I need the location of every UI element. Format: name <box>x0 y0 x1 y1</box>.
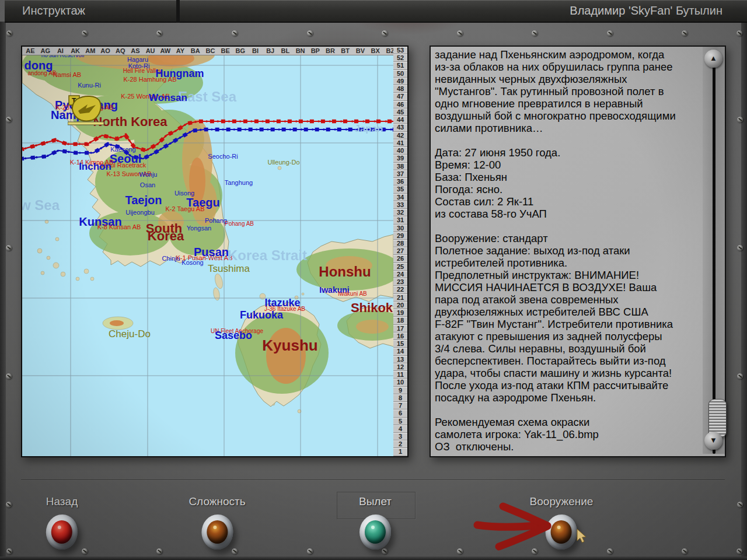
map-grid-number-column: 5352515049484746454443424140393837363534… <box>393 47 407 456</box>
grid-letter: BG <box>236 47 246 55</box>
map-label-base: Pohang AB <box>225 220 254 227</box>
grid-number: 49 <box>393 78 407 85</box>
screw-icon <box>737 245 743 251</box>
screw-icon <box>382 30 388 36</box>
map-label-city: Kunu-Ri <box>78 82 101 89</box>
grid-number: 32 <box>393 209 407 216</box>
grid-number: 34 <box>393 194 407 201</box>
grid-letter: AM <box>85 47 95 55</box>
pilot-name: Владимир 'SkyFan' Бутылин <box>570 4 722 17</box>
grid-number: 8 <box>393 394 407 402</box>
grid-number: 50 <box>393 70 407 78</box>
screw-icon <box>737 502 743 508</box>
map-label-city: Sasebo <box>215 330 252 342</box>
grid-number: 52 <box>393 54 407 62</box>
grid-number: 46 <box>393 101 407 108</box>
screw-icon <box>532 30 537 36</box>
grid-number: 28 <box>393 240 407 247</box>
grid-number: 33 <box>393 201 407 209</box>
screw-icon <box>6 373 12 379</box>
grid-letter: AS <box>131 47 139 55</box>
round-button-bezel[interactable] <box>359 514 391 550</box>
round-button-dome[interactable] <box>207 520 228 544</box>
round-button-bezel[interactable] <box>546 514 577 550</box>
button-green-643[interactable]: Вылет <box>359 495 392 550</box>
button-amber-962[interactable]: Вооружение <box>530 495 594 550</box>
grid-number: 1 <box>393 448 407 456</box>
screw-icon <box>736 30 742 36</box>
grid-number: 6 <box>393 410 407 417</box>
grid-number: 5 <box>393 418 407 425</box>
map-label-city: Osan <box>140 181 155 188</box>
grid-number: 10 <box>393 379 407 386</box>
grid-letter: BE <box>221 47 229 55</box>
map-label-city: Kosong <box>181 259 203 266</box>
grid-letter: BI <box>252 47 259 55</box>
grid-number: 40 <box>393 147 407 155</box>
screw-icon <box>307 548 313 554</box>
screw-icon <box>607 30 613 36</box>
map-label-city: Hungnam <box>156 68 204 80</box>
screw-icon <box>156 548 162 554</box>
button-label: Сложность <box>189 495 245 508</box>
scrollbar-track[interactable] <box>712 62 716 487</box>
map-label-base: Namsi AB <box>53 71 81 78</box>
button-label: Вылет <box>359 495 392 508</box>
grid-letter: AK <box>71 47 80 55</box>
grid-number: 18 <box>393 317 407 324</box>
scroll-down-button[interactable]: ▼ <box>704 432 722 450</box>
grid-number: 24 <box>393 271 407 278</box>
frame-edge-left <box>0 22 6 560</box>
screw-icon <box>307 30 313 36</box>
map-label-city: Yongsan <box>187 225 211 232</box>
grid-letter: AQ <box>116 47 125 55</box>
grid-letter: AW <box>160 47 170 55</box>
button-amber-372[interactable]: Сложность <box>189 495 245 550</box>
map-label-city: Uijeongbu <box>125 209 155 216</box>
round-button-dome[interactable] <box>51 520 72 544</box>
screw-icon <box>682 548 687 554</box>
screw-icon <box>737 373 743 379</box>
round-button-dome[interactable] <box>551 520 572 544</box>
grid-number: 42 <box>393 132 407 139</box>
grid-letter: AY <box>176 47 184 55</box>
player-flight-icon[interactable]: T <box>68 93 109 131</box>
grid-number: 37 <box>393 170 407 178</box>
screw-icon <box>82 30 88 36</box>
grid-letter: BP <box>311 47 320 55</box>
grid-letter: BA <box>191 47 200 55</box>
grid-number: 17 <box>393 325 407 332</box>
grid-letter: BZ <box>386 47 393 55</box>
frame-edge-right <box>741 22 747 560</box>
map-label-base: K-2 Taegu AB <box>165 205 204 212</box>
grid-letter: AO <box>100 47 110 55</box>
round-button-bezel[interactable] <box>46 514 78 550</box>
screw-icon <box>156 30 162 36</box>
scroll-up-button[interactable]: ▲ <box>704 50 722 68</box>
map-label-city: Tanghung <box>225 179 253 186</box>
briefing-screen: Инструктаж Владимир 'SkyFan' Бутылин <box>0 0 747 560</box>
map-grid-letter-header: AEAGAIAKAMAOAQASAUAWAYBABCBEBGBIBJBLBNBP… <box>22 47 393 55</box>
bottom-divider <box>21 480 725 480</box>
map-label-island: Cheju-Do <box>109 328 151 340</box>
grid-number: 27 <box>393 247 407 255</box>
grid-number: 7 <box>393 402 407 410</box>
grid-number: 35 <box>393 186 407 193</box>
button-red-106[interactable]: Назад <box>46 495 78 550</box>
grid-number: 2 <box>393 440 407 448</box>
round-button-bezel[interactable] <box>201 514 233 550</box>
mission-map[interactable]: no'san Reservoirdongandong ABNamsi ABKun… <box>21 46 409 457</box>
grid-number: 12 <box>393 363 407 371</box>
grid-number: 53 <box>393 47 407 54</box>
grid-number: 47 <box>393 93 407 100</box>
map-label-region: Korea <box>148 229 184 244</box>
scrollbar[interactable]: ▲ ▼ <box>703 47 725 454</box>
grid-number: 38 <box>393 163 407 170</box>
screw-icon <box>736 548 742 554</box>
grid-number: 44 <box>393 116 407 124</box>
screw-icon <box>6 117 12 123</box>
grid-number: 51 <box>393 62 407 69</box>
grid-number: 26 <box>393 255 407 262</box>
round-button-dome[interactable] <box>365 520 386 544</box>
grid-number: 23 <box>393 278 407 286</box>
